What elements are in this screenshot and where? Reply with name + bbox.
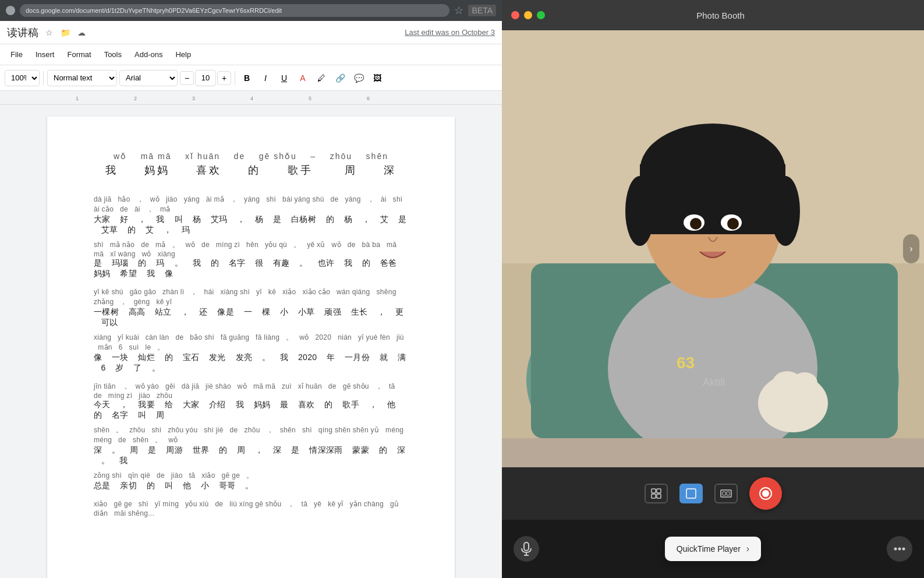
browser-bar: docs.google.com/document/d/1t2DuYvpeTNht… [0,0,502,21]
svg-rect-27 [652,489,656,493]
svg-rect-28 [657,489,661,493]
grid-view-button[interactable] [645,484,668,503]
last-edit-label: Last edit was on October 3 [405,28,495,37]
filmstrip-icon [720,488,732,499]
para1-pinyin: dà jiā hǎo ， wǒ jiào yáng ài mǎ ， yáng s… [94,195,408,214]
style-select[interactable]: Normal text [47,70,117,86]
bookmark-icon[interactable]: ☆ [454,4,463,17]
window-minimize-button[interactable] [524,11,532,19]
svg-point-19 [771,176,800,246]
cloud-icon[interactable]: ☁ [76,27,87,38]
para2b-chinese: 像 一块 灿烂 的 宝石 发光 发亮 。 我 2020 年 一月份 就 满 6 … [94,353,408,373]
docs-panel: docs.google.com/document/d/1t2DuYvpeTNht… [0,0,502,578]
menu-format[interactable]: Format [61,48,97,61]
star-icon[interactable]: ☆ [43,27,55,38]
font-size-increase[interactable]: + [217,71,231,85]
paragraph-4: xiǎo gē ge shì yī míng yǒu xiù de liú xí… [94,499,408,517]
font-select[interactable]: Arial [119,70,178,86]
para3b-chinese: 深 。 周 是 周游 世界 的 周 ， 深 是 情深深雨 蒙蒙 的 深 。 我 [94,445,408,466]
svg-text:1: 1 [76,96,79,101]
photobooth-bottom: QuickTime Player › [502,520,924,578]
microphone-icon [521,542,532,556]
para3c-pinyin: zǒng shì qīn qiè de jiào tā xiǎo gē ge 。 [94,471,408,481]
svg-point-41 [898,548,901,551]
capture-button[interactable] [749,477,782,510]
docs-page: wǒ mā mā xǐ huān de gē shǒu – zhōu shēn … [47,117,455,578]
svg-rect-33 [723,492,725,495]
italic-button[interactable]: I [257,70,274,86]
para3c-chinese: 总是 亲切 的 叫 他 小 哥哥 。 [94,481,408,491]
para1-chinese: 大家 好 ， 我 叫 杨 艾玛 ， 杨 是 白杨树 的 杨 ， 艾 是 艾草 的… [94,214,408,235]
para2-pinyin: yī kē shù gāo gāo zhàn lì ， hái xiàng sh… [94,287,408,307]
svg-rect-37 [524,542,529,551]
title-pinyin-row: wǒ mā mā xǐ huān de gē shǒu – zhōu shēn [94,151,408,161]
svg-point-40 [894,548,897,551]
more-options-button[interactable] [887,536,912,562]
para3-chinese: 今天 ， 我要 给 大家 介绍 我 妈妈 最 喜欢 的 歌手 ， 他 的 名字 … [94,400,408,421]
paragraph-2: yī kē shù gāo gāo zhàn lì ， hái xiàng sh… [94,287,408,373]
folder-icon[interactable]: 📁 [59,27,71,38]
svg-point-26 [792,372,817,393]
highlight-button[interactable]: 🖊 [313,70,330,86]
svg-rect-30 [657,494,661,498]
title-chinese-row: 我 妈妈 喜欢 的 歌手 周 深 [94,163,408,177]
svg-text:2: 2 [134,96,137,101]
link-button[interactable]: 🔗 [332,70,348,86]
menu-file[interactable]: File [5,48,29,61]
menu-help[interactable]: Help [169,48,197,61]
para1b-pinyin: shì mǎ nǎo de mǎ 。 wǒ de míng zì hěn yǒu… [94,240,408,258]
single-view-button[interactable] [679,484,703,503]
paragraph-3: jīn tiān ， wǒ yào gěi dà jiā jiè shào wǒ… [94,382,408,491]
image-button[interactable]: 🖼 [369,70,385,86]
url-text: docs.google.com/document/d/1t2DuYvpeTNht… [26,7,282,14]
browser-back-icon[interactable] [6,6,15,15]
doc-title-section: wǒ mā mā xǐ huān de gē shǒu – zhōu shēn … [94,151,408,177]
doc-title: 读讲稿 [7,26,38,40]
docs-title-bar: 读讲稿 ☆ 📁 ☁ Last edit was on October 3 [0,21,502,44]
menu-tools[interactable]: Tools [98,48,128,61]
para2b-pinyin: xiàng yī kuài càn làn de bǎo shí fā guān… [94,333,408,353]
menu-insert[interactable]: Insert [30,48,61,61]
svg-point-22 [690,218,702,230]
zoom-select[interactable]: 100% [5,70,40,86]
extension-icon[interactable]: BETA [468,5,496,16]
photobooth-title: Photo Booth [550,10,891,20]
svg-text:4: 4 [250,96,253,101]
para3b-pinyin: shēn 。 zhōu shì zhōu yóu shì jiè de zhōu… [94,425,408,445]
font-size-decrease[interactable]: − [180,71,194,85]
separator [43,71,44,85]
svg-rect-31 [686,489,696,498]
photobooth-controls [502,467,924,520]
separator2 [235,71,235,85]
svg-point-42 [902,548,905,551]
para1b-chinese: 是 玛瑙 的 玛 。 我 的 名字 很 有趣 。 也许 我 的 爸爸 妈妈 希望… [94,258,408,279]
svg-text:5: 5 [309,96,311,101]
quicktime-label: QuickTime Player [677,544,741,554]
para2-chinese: 一棵树 高高 站立 ， 还 像是 一 棵 小 小草 顽强 生长 ， 更 可以 [94,307,408,328]
docs-content-area[interactable]: wǒ mā mā xǐ huān de gē shǒu – zhōu shēn … [0,105,502,578]
font-size-input[interactable] [195,70,216,86]
bold-button[interactable]: B [239,70,255,86]
microphone-button[interactable] [514,536,539,562]
url-bar[interactable]: docs.google.com/document/d/1t2DuYvpeTNht… [20,4,449,17]
docs-menu-bar: File Insert Format Tools Add-ons Help [0,44,502,65]
comment-button[interactable]: 💬 [351,70,367,86]
single-view-icon [685,488,697,499]
window-close-button[interactable] [511,11,519,19]
quicktime-popup: QuickTime Player › [665,537,761,561]
window-maximize-button[interactable] [537,11,545,19]
font-color-button[interactable]: A [295,70,311,86]
para3-pinyin: jīn tiān ， wǒ yào gěi dà jiā jiè shào wǒ… [94,382,408,400]
svg-text:3: 3 [192,96,195,101]
menu-addons[interactable]: Add-ons [129,48,168,61]
video-frame: 63 Aktili [502,30,924,438]
ruler: 1 2 3 4 5 6 [0,91,502,105]
underline-button[interactable]: U [276,70,292,86]
svg-point-23 [727,218,739,230]
filmstrip-view-button[interactable] [714,484,738,503]
svg-text:Aktili: Aktili [703,376,725,388]
scroll-right-icon[interactable]: › [903,234,919,263]
svg-point-18 [625,176,654,246]
svg-text:63: 63 [677,354,695,372]
quicktime-arrow[interactable]: › [746,544,749,554]
